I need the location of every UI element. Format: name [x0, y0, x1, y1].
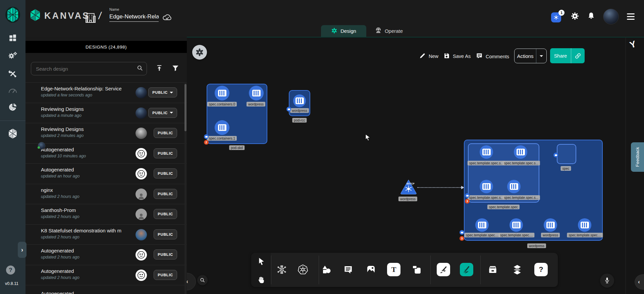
actions-dropdown-button[interactable] [536, 55, 546, 57]
error-count-badge[interactable]: 3 [460, 236, 464, 241]
edge-pen-tool[interactable] [436, 262, 451, 277]
drawer-tool[interactable] [485, 262, 500, 277]
comment-tool[interactable] [341, 262, 356, 277]
pod-badge-icon[interactable] [460, 230, 464, 235]
visibility-badge[interactable]: PUBLIC [154, 189, 177, 199]
pod-badge-icon[interactable] [204, 134, 209, 139]
container-node[interactable] [578, 218, 591, 232]
lifecycle-gears-icon[interactable] [8, 51, 18, 62]
freehand-draw-tool[interactable] [459, 262, 474, 277]
container-node[interactable] [514, 145, 527, 159]
container-node[interactable] [480, 145, 493, 159]
list-item[interactable]: Santhosh-Prom updated 2 hours ago PUBLIC [25, 204, 187, 225]
tab-operate[interactable]: Operate [366, 25, 412, 37]
copy-link-button[interactable] [571, 53, 585, 59]
comments-button[interactable]: Comments [476, 53, 509, 60]
kubernetes-tool[interactable] [296, 262, 310, 277]
visibility-badge[interactable]: PUBLIC [148, 87, 177, 97]
kubernetes-context-button[interactable]: 1 [551, 11, 562, 22]
container-node[interactable] [293, 94, 306, 107]
tab-design[interactable]: Design [321, 25, 366, 37]
shortcut-y-icon[interactable]: Y [629, 39, 638, 51]
share-button-label[interactable]: Share [550, 48, 571, 63]
list-item[interactable]: Reviewing Designs updated a minute ago P… [25, 103, 187, 124]
container-node[interactable] [507, 180, 521, 193]
pod-badge-icon[interactable] [553, 153, 558, 157]
container-node[interactable] [544, 218, 557, 232]
design-name-input[interactable]: Edge-Network-Relatio [109, 13, 159, 20]
performance-gauge-icon[interactable] [8, 87, 17, 95]
kanvas-hexagon-icon[interactable] [8, 128, 18, 140]
extensions-icon[interactable] [8, 102, 17, 113]
service-node[interactable] [399, 179, 418, 195]
container-node[interactable] [509, 218, 523, 232]
question-icon: ? [534, 263, 548, 276]
container-node[interactable] [475, 218, 489, 232]
text-tool[interactable]: T [386, 262, 401, 277]
list-item[interactable]: Edge-Network-Relationship: Service updat… [25, 83, 187, 103]
list-item[interactable]: nginx updated 2 hours ago PUBLIC [25, 184, 187, 205]
user-avatar[interactable] [603, 9, 619, 24]
save-as-button[interactable]: Save As [443, 53, 471, 60]
visibility-badge[interactable]: PUBLIC [154, 148, 177, 158]
design-search-input[interactable] [36, 66, 137, 72]
visibility-badge[interactable]: PUBLIC [154, 209, 177, 219]
list-item[interactable]: Autogenerated updated an hour ago PUBLIC [25, 164, 187, 184]
error-count-badge[interactable]: 2 [204, 140, 209, 145]
visibility-badge[interactable]: PUBLIC [154, 270, 177, 280]
pod-template-node[interactable] [468, 143, 539, 203]
pod-badge-icon[interactable] [465, 193, 470, 198]
feedback-tab[interactable]: Feedback [631, 142, 644, 172]
scrollbar-thumb[interactable] [184, 84, 186, 131]
list-item[interactable]: Autogenerated updated 2 hours ago PUBLIC [25, 245, 187, 265]
visibility-badge[interactable]: PUBLIC [154, 128, 177, 138]
container-node[interactable] [215, 120, 229, 135]
help-icon[interactable]: ? [6, 266, 15, 275]
list-item[interactable]: Autogenerated updated 2 hours ago PUBLIC [25, 265, 187, 286]
design-name-field[interactable]: Name Edge-Network-Relatio [109, 7, 159, 22]
configuration-tools-icon[interactable] [8, 69, 17, 80]
expand-sidebar-button[interactable]: › [18, 242, 26, 258]
design-search-box[interactable] [31, 62, 147, 75]
actions-button-label[interactable]: Actions [515, 49, 536, 63]
avatar [136, 107, 147, 119]
actions-button[interactable]: Actions [514, 49, 547, 63]
import-design-icon[interactable] [156, 64, 163, 73]
pod-badge-icon[interactable] [286, 107, 291, 112]
shapes-tool[interactable] [319, 262, 334, 277]
visibility-badge[interactable]: PUBLIC [154, 168, 177, 178]
meshery-logo[interactable] [5, 6, 21, 25]
container-node[interactable] [215, 86, 229, 100]
design-canvas[interactable]: New Save As Comments Actions Share [187, 37, 644, 294]
visibility-badge[interactable]: PUBLIC [148, 108, 177, 118]
error-count-badge[interactable]: 3 [465, 199, 470, 204]
building-icon[interactable] [85, 11, 96, 25]
share-button[interactable]: Share [550, 48, 585, 63]
visibility-badge[interactable]: PUBLIC [154, 249, 177, 260]
list-item[interactable]: K8 Statefulset demonstration with mo upd… [25, 225, 187, 245]
list-item[interactable]: Autogenerated [25, 285, 187, 294]
canvas-home-button[interactable] [192, 45, 207, 60]
image-tool[interactable] [364, 262, 378, 277]
container-node[interactable] [249, 86, 264, 100]
list-item[interactable]: Reviewing Designs updated 2 minutes ago … [25, 123, 187, 144]
select-tool[interactable] [254, 254, 269, 269]
settings-gear-icon[interactable] [571, 12, 579, 22]
container-node[interactable] [480, 180, 493, 193]
voice-button[interactable] [600, 274, 614, 288]
list-item[interactable]: Autogenerated updated 10 minutes ago PUB… [25, 144, 187, 164]
help-tool[interactable]: ? [534, 262, 548, 277]
layers-tool[interactable] [510, 262, 525, 277]
zoom-button[interactable] [197, 275, 208, 285]
new-button[interactable]: New [419, 53, 438, 60]
filter-icon[interactable] [172, 64, 179, 73]
components-tool[interactable] [274, 262, 289, 277]
notifications-bell-icon[interactable] [587, 12, 595, 21]
visibility-badge[interactable]: PUBLIC [154, 229, 177, 239]
frame-tool[interactable] [409, 262, 424, 277]
dashboard-icon[interactable] [8, 33, 17, 44]
list-scrollbar[interactable] [184, 82, 186, 294]
menu-hamburger-icon[interactable] [627, 13, 635, 20]
spec-node[interactable] [557, 144, 576, 164]
pan-tool[interactable] [254, 273, 269, 287]
